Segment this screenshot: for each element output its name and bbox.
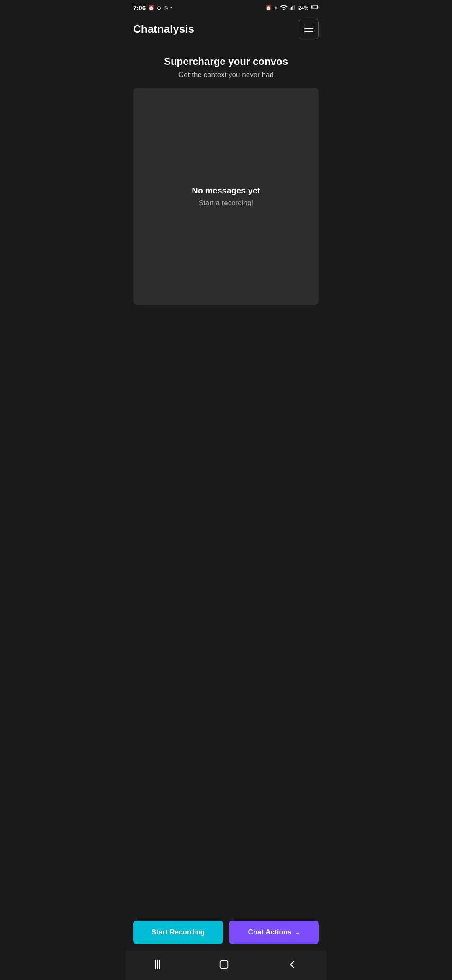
back-button[interactable] — [280, 957, 306, 972]
hero-subtitle: Get the context you never had — [134, 71, 318, 79]
no-messages-title: No messages yet — [192, 186, 260, 196]
svg-rect-0 — [290, 8, 290, 10]
menu-line-2 — [304, 28, 313, 29]
no-messages-subtitle: Start a recording! — [199, 199, 253, 207]
status-time: 7:06 — [133, 4, 146, 11]
svg-rect-3 — [294, 5, 295, 10]
messages-container: No messages yet Start a recording! — [133, 88, 319, 305]
svg-rect-1 — [291, 7, 292, 10]
alarm2-icon: ⏰ — [265, 5, 272, 11]
svg-rect-5 — [318, 6, 319, 8]
nav-bar — [126, 951, 326, 980]
chat-actions-button[interactable]: Chat Actions ⌄ — [229, 921, 319, 944]
wifi-icon — [280, 4, 288, 11]
status-right: ⏰ ✳ 24% — [265, 4, 319, 11]
back-icon — [288, 960, 297, 969]
recent-apps-button[interactable] — [146, 957, 168, 972]
minus-circle-icon: ⊖ — [157, 5, 161, 11]
dot-icon: • — [170, 5, 172, 11]
status-bar: 7:06 ⏰ ⊖ ◎ • ⏰ ✳ 24% — [126, 0, 326, 14]
home-icon — [218, 959, 229, 970]
menu-line-3 — [304, 31, 313, 32]
main-content: No messages yet Start a recording! — [126, 88, 326, 912]
instagram-icon: ◎ — [164, 5, 168, 11]
hero-section: Supercharge your convos Get the context … — [126, 46, 326, 88]
battery-icon — [311, 5, 319, 11]
home-button[interactable] — [210, 957, 238, 972]
chat-actions-label: Chat Actions — [248, 928, 291, 936]
menu-line-1 — [304, 26, 313, 26]
bluetooth-icon: ✳ — [274, 5, 278, 11]
menu-button[interactable] — [299, 19, 319, 39]
start-recording-button[interactable]: Start Recording — [133, 921, 223, 944]
signal-icon — [290, 4, 296, 11]
status-left: 7:06 ⏰ ⊖ ◎ • — [133, 4, 172, 11]
app-title: Chatnalysis — [133, 23, 194, 36]
bottom-actions: Start Recording Chat Actions ⌄ — [126, 912, 326, 951]
svg-rect-6 — [311, 6, 312, 8]
svg-rect-7 — [220, 961, 228, 969]
battery-percent: 24% — [298, 5, 308, 11]
app-header: Chatnalysis — [126, 14, 326, 46]
hero-title: Supercharge your convos — [134, 56, 318, 67]
svg-rect-2 — [292, 6, 293, 10]
recent-apps-icon — [155, 960, 160, 969]
chevron-down-icon: ⌄ — [295, 929, 300, 936]
alarm-icon: ⏰ — [148, 5, 154, 11]
